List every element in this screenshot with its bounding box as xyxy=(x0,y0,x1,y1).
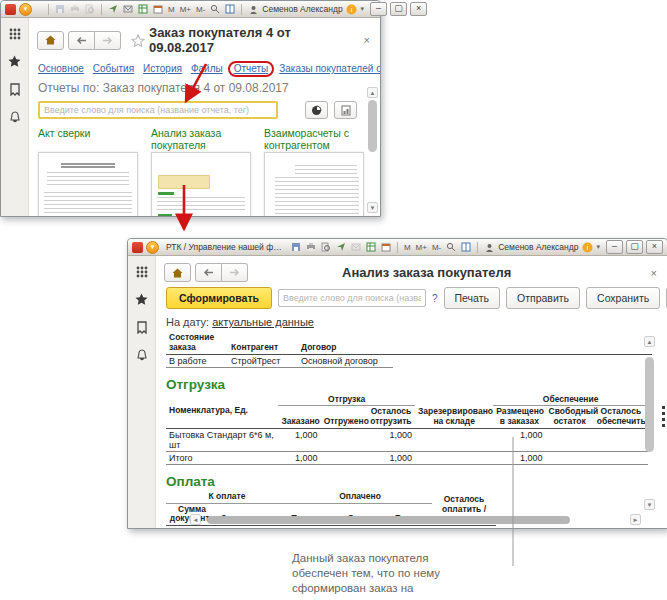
scroll-left-icon[interactable]: ◄ xyxy=(190,514,201,525)
send-button[interactable]: Отправить xyxy=(506,287,580,309)
report-preview[interactable] xyxy=(151,152,251,216)
favorites-star-icon[interactable] xyxy=(135,293,148,306)
more-options-icon[interactable] xyxy=(662,406,665,427)
left-to-pay-cell: 42 000,00 xyxy=(432,526,496,528)
report-link[interactable]: Акт сверки xyxy=(38,127,138,152)
tab-close-icon[interactable]: × xyxy=(362,34,372,46)
maximize-button[interactable]: ▢ xyxy=(626,240,643,254)
window1-vertical-scrollbar[interactable]: ▲ ▼ xyxy=(367,87,378,213)
generate-button[interactable]: Сформировать xyxy=(166,287,272,309)
scroll-up-icon[interactable]: ▲ xyxy=(367,87,378,98)
print-preview-icon[interactable] xyxy=(320,241,332,253)
mail-icon[interactable] xyxy=(350,241,362,253)
history-icon[interactable] xyxy=(136,321,148,334)
scroll-up-icon[interactable]: ▲ xyxy=(644,336,655,347)
table-row[interactable]: 84 000,00 42 000,00 42 000,00 42 000,00 xyxy=(166,526,496,528)
forward-button[interactable] xyxy=(222,263,248,282)
split-view-icon[interactable] xyxy=(460,241,472,253)
ordered-total: 1,000 xyxy=(278,451,320,464)
report-link[interactable]: Взаиморасчеты с контрагентом xyxy=(264,127,364,152)
table-row[interactable]: В работе СтройТрест Основной договор xyxy=(166,354,652,367)
memory-mplus-button[interactable]: М+ xyxy=(179,5,192,14)
history-icon[interactable] xyxy=(9,83,21,96)
save-icon[interactable] xyxy=(54,3,66,15)
back-button[interactable] xyxy=(195,263,222,282)
scroll-down-icon[interactable]: ▼ xyxy=(367,202,378,213)
menu-grid-icon[interactable] xyxy=(136,266,148,278)
tab-otchety[interactable]: Отчеты xyxy=(234,63,269,74)
print-icon[interactable] xyxy=(305,241,317,253)
window2-horizontal-scrollbar[interactable]: ◄ ► xyxy=(190,514,641,525)
tab-osnovnoe[interactable]: Основное xyxy=(38,63,84,74)
chart-variant-button[interactable] xyxy=(305,101,328,119)
report-variant-button[interactable] xyxy=(334,101,357,119)
home-button[interactable] xyxy=(164,263,191,282)
memory-mminus-button[interactable]: М- xyxy=(431,243,442,252)
mail-icon[interactable] xyxy=(122,3,134,15)
menu-grid-icon[interactable] xyxy=(9,28,21,40)
window2-titlebar[interactable]: ▾ РТК / Управление нашей фирмой, ... (1С… xyxy=(128,239,667,256)
tab-zakazy-s-sayta[interactable]: Заказы покупателей с сайта xyxy=(279,63,380,74)
memory-mplus-button[interactable]: М+ xyxy=(415,243,428,252)
table-row[interactable]: Бытовка Стандарт 6*6 м, шт 1,000 1,000 1… xyxy=(166,428,648,451)
scroll-down-icon[interactable]: ▼ xyxy=(644,499,655,510)
svg-text:i: i xyxy=(350,5,352,14)
table-icon[interactable] xyxy=(365,241,377,253)
totals-row[interactable]: Итого 1,000 1,000 1,000 xyxy=(166,451,648,464)
send-icon[interactable] xyxy=(335,241,347,253)
tab-fayly[interactable]: Файлы xyxy=(191,63,223,74)
memory-mminus-button[interactable]: М- xyxy=(195,5,206,14)
goods-search-input[interactable] xyxy=(278,289,426,307)
main-menu-button[interactable]: ▾ xyxy=(19,3,32,16)
planned-cell xyxy=(218,526,288,528)
save-icon[interactable] xyxy=(290,241,302,253)
print-button[interactable]: Печать xyxy=(444,287,500,309)
tab-sobytiya[interactable]: События xyxy=(93,63,134,74)
caret-down-icon[interactable]: ▾ xyxy=(361,5,365,13)
report-preview[interactable] xyxy=(38,152,138,216)
save-button[interactable]: Сохранить xyxy=(586,287,660,309)
column-header: Осталось обеспечить xyxy=(594,406,648,429)
info-icon[interactable]: i xyxy=(346,3,358,15)
calendar-icon[interactable] xyxy=(152,3,164,15)
tab-istoriya[interactable]: История xyxy=(143,63,182,74)
zoom-icon[interactable] xyxy=(209,3,221,15)
info-icon[interactable]: i xyxy=(581,241,593,253)
send-icon[interactable] xyxy=(107,3,119,15)
minimize-button[interactable]: – xyxy=(370,2,387,16)
memory-m-button[interactable]: М xyxy=(167,5,176,14)
print-icon[interactable] xyxy=(69,3,81,15)
home-button[interactable] xyxy=(37,31,64,50)
favorite-star-icon[interactable] xyxy=(131,34,145,47)
close-button[interactable]: × xyxy=(410,2,427,16)
column-header: Отгружено xyxy=(321,406,367,429)
notifications-bell-icon[interactable] xyxy=(9,111,21,124)
tab-close-icon[interactable]: × xyxy=(649,267,659,279)
date-value-link[interactable]: актуальные данные xyxy=(212,316,314,328)
report-preview[interactable] xyxy=(264,152,364,216)
scroll-thumb[interactable] xyxy=(207,516,570,524)
notifications-bell-icon[interactable] xyxy=(136,349,148,362)
report-link[interactable]: Анализ заказа покупателя xyxy=(151,127,251,152)
scroll-thumb[interactable] xyxy=(368,100,377,152)
back-button[interactable] xyxy=(68,31,95,50)
favorites-star-icon[interactable] xyxy=(8,55,21,68)
memory-m-button[interactable]: М xyxy=(403,243,412,252)
scroll-right-icon[interactable]: ► xyxy=(630,514,641,525)
forward-button[interactable] xyxy=(95,31,121,50)
calendar-icon[interactable] xyxy=(380,241,392,253)
window2-vertical-scrollbar[interactable]: ▲ ▼ xyxy=(644,336,655,510)
table-icon[interactable] xyxy=(137,3,149,15)
search-help-link[interactable]: ? xyxy=(432,293,438,304)
split-view-icon[interactable] xyxy=(224,3,236,15)
maximize-button[interactable]: ▢ xyxy=(390,2,407,16)
window1-titlebar[interactable]: ▾ Р... М М+ М- Семенов Александр i ▾ – ▢… xyxy=(1,1,380,18)
close-button[interactable]: × xyxy=(646,240,663,254)
minimize-button[interactable]: – xyxy=(606,240,623,254)
print-preview-icon[interactable] xyxy=(84,3,96,15)
scroll-thumb[interactable] xyxy=(645,357,654,452)
main-menu-button[interactable]: ▾ xyxy=(146,241,159,254)
caret-down-icon[interactable]: ▾ xyxy=(596,243,600,251)
report-search-input[interactable] xyxy=(38,101,278,119)
zoom-icon[interactable] xyxy=(445,241,457,253)
